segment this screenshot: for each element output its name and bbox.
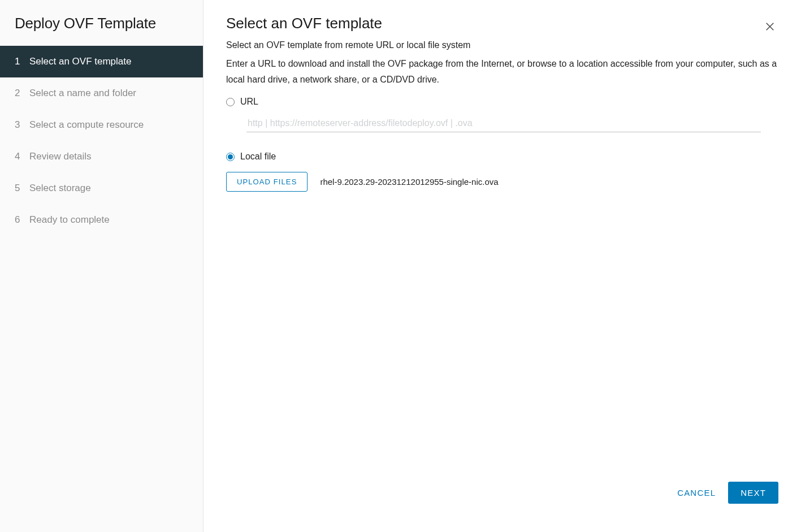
cancel-button[interactable]: CANCEL [677, 488, 716, 498]
step-label: Select a name and folder [29, 88, 136, 99]
main-header: Select an OVF template [226, 15, 778, 40]
url-option-row: URL [226, 97, 778, 107]
selected-filename: rhel-9.2023.29-20231212012955-single-nic… [320, 177, 498, 187]
step-number: 2 [15, 88, 29, 99]
close-icon [765, 25, 775, 33]
page-title: Select an OVF template [226, 15, 382, 32]
step-number: 4 [15, 151, 29, 162]
step-number: 6 [15, 214, 29, 226]
step-select-name-folder: 2 Select a name and folder [0, 77, 203, 109]
step-select-compute-resource: 3 Select a compute resource [0, 109, 203, 141]
wizard-sidebar: Deploy OVF Template 1 Select an OVF temp… [0, 0, 204, 532]
url-radio[interactable] [226, 98, 235, 106]
step-number: 5 [15, 183, 29, 194]
upload-row: UPLOAD FILES rhel-9.2023.29-202312120129… [226, 172, 778, 192]
wizard-steps: 1 Select an OVF template 2 Select a name… [0, 46, 203, 236]
local-file-section: Local file UPLOAD FILES rhel-9.2023.29-2… [226, 148, 778, 192]
upload-files-button[interactable]: UPLOAD FILES [226, 172, 308, 192]
step-select-ovf-template[interactable]: 1 Select an OVF template [0, 46, 203, 77]
next-button[interactable]: NEXT [728, 482, 778, 504]
step-label: Ready to complete [29, 214, 110, 226]
step-label: Select a compute resource [29, 119, 144, 131]
step-review-details: 4 Review details [0, 141, 203, 172]
close-button[interactable] [761, 18, 778, 35]
page-subtitle: Select an OVF template from remote URL o… [226, 40, 778, 50]
wizard-title: Deploy OVF Template [0, 15, 203, 46]
page-description: Enter a URL to download and install the … [226, 56, 778, 88]
step-label: Review details [29, 151, 92, 162]
local-file-radio[interactable] [226, 153, 235, 161]
step-label: Select storage [29, 183, 91, 194]
step-number: 3 [15, 119, 29, 131]
wizard-main: Select an OVF template Select an OVF tem… [204, 0, 801, 532]
wizard-container: Deploy OVF Template 1 Select an OVF temp… [0, 0, 801, 532]
local-file-radio-label[interactable]: Local file [240, 152, 276, 162]
local-file-option-row: Local file [226, 152, 778, 162]
url-radio-label[interactable]: URL [240, 97, 258, 107]
wizard-footer: CANCEL NEXT [226, 470, 778, 521]
step-number: 1 [15, 56, 29, 67]
step-label: Select an OVF template [29, 56, 131, 67]
step-ready-to-complete: 6 Ready to complete [0, 204, 203, 236]
url-input[interactable] [246, 115, 761, 132]
step-select-storage: 5 Select storage [0, 172, 203, 204]
